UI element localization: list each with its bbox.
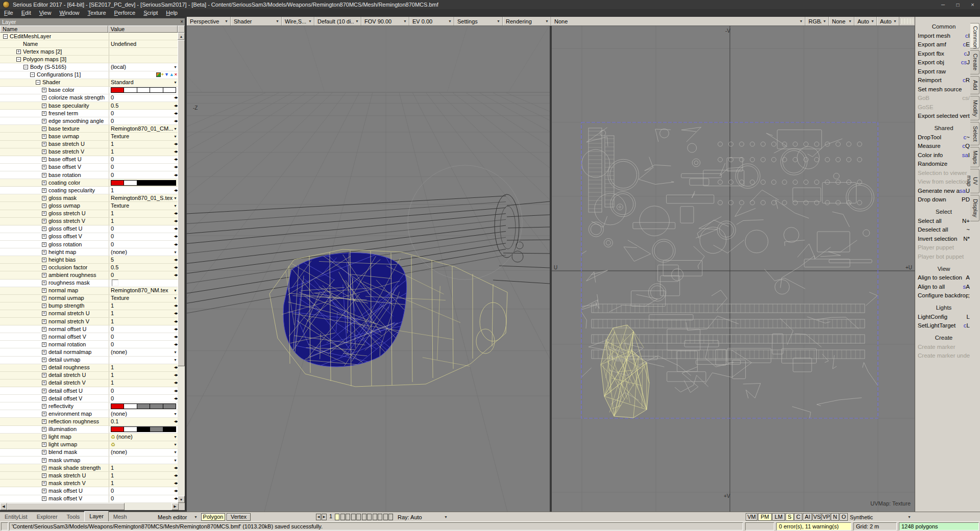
selection-slot-3[interactable] — [346, 514, 350, 520]
toggle-ai[interactable]: AI — [803, 513, 812, 521]
value-number[interactable]: 0 — [111, 233, 179, 240]
viewport-dropdown-settings-6[interactable]: Settings▼ — [454, 17, 503, 26]
layer-row-polygon-maps-3-[interactable]: −Polygon maps [3] — [0, 56, 179, 63]
editor-mode-dropdown[interactable]: Mesh editor ▼ — [156, 513, 199, 521]
expand-icon[interactable]: + — [42, 311, 46, 316]
layer-row-normal-stretch-u[interactable]: +normal stretch U1◀▶ — [0, 310, 179, 318]
expand-icon[interactable]: + — [42, 404, 46, 409]
expand-icon[interactable]: + — [42, 188, 46, 193]
viewport-dropdown-perspective-0[interactable]: Perspective▼ — [187, 17, 231, 26]
column-header-value[interactable]: Value — [108, 26, 178, 33]
expand-icon[interactable]: + — [42, 157, 46, 162]
panel-tab-maps[interactable]: Maps — [970, 147, 979, 167]
spinner-icon[interactable]: ◀▶ — [174, 372, 178, 378]
dock-tab-mesh[interactable]: Mesh — [109, 513, 132, 521]
layer-row-illumination[interactable]: +illumination — [0, 426, 179, 434]
move-up-icon[interactable]: ▲ — [169, 72, 174, 77]
chevron-down-icon[interactable]: ▼ — [174, 411, 177, 417]
layer-row-mask-stretch-v[interactable]: +mask stretch V1◀▶ — [0, 479, 179, 487]
layer-row-coating-specularity[interactable]: +coating specularity1◀▶ — [0, 187, 179, 194]
layer-row-base-texture[interactable]: +base textureRemington870_01_CM...▼ — [0, 125, 179, 133]
vertical-scrollbar[interactable]: ▲ ▼ — [178, 33, 185, 503]
value-number[interactable]: 0 — [111, 272, 179, 279]
spinner-icon[interactable]: ◀▶ — [174, 310, 178, 317]
chevron-down-icon[interactable]: ▼ — [174, 349, 177, 356]
value-number[interactable]: 0 — [111, 156, 179, 163]
value-number[interactable]: 0 — [111, 326, 179, 333]
viewport-dropdown-auto-11[interactable]: Auto▼ — [854, 17, 877, 26]
layer-row-detail-roughness[interactable]: +detail roughness1◀▶ — [0, 364, 179, 372]
viewport-dropdown-auto-12[interactable]: Auto▼ — [877, 17, 899, 26]
spinner-icon[interactable]: ◀▶ — [174, 210, 178, 217]
viewport-dropdown-fov-90-00-4[interactable]: FOV 90.00▼ — [361, 17, 409, 26]
menu-item-file[interactable]: File — [0, 9, 17, 17]
selection-slot-10[interactable] — [383, 514, 388, 520]
horizontal-scrollbar[interactable]: ◀ ▶ — [0, 503, 179, 510]
spinner-icon[interactable]: ◀▶ — [174, 257, 178, 263]
panel-tab-common[interactable]: Common — [970, 23, 979, 48]
layer-row-blend-mask[interactable]: +blend mask(none)▼ — [0, 449, 179, 457]
spinner-icon[interactable]: ◀▶ — [174, 218, 178, 224]
viewport-dropdown-shader-1[interactable]: Shader▼ — [231, 17, 282, 26]
expand-icon[interactable]: + — [42, 204, 46, 208]
value-number[interactable]: 0.5 — [111, 264, 179, 271]
mode-button-polygon[interactable]: Polygon — [201, 513, 225, 521]
spinner-icon[interactable]: ◀▶ — [174, 380, 178, 386]
value-number[interactable]: 1 — [111, 372, 179, 378]
selection-slot-6[interactable] — [362, 514, 366, 520]
value-number[interactable]: 1 — [111, 210, 179, 217]
spinner-icon[interactable]: ◀▶ — [174, 418, 178, 425]
spinner-icon[interactable]: ◀▶ — [174, 272, 178, 279]
spinner-icon[interactable]: ◀▶ — [174, 465, 178, 471]
dock-tab-tools[interactable]: Tools — [62, 513, 85, 521]
value-number[interactable]: 0 — [111, 341, 179, 348]
collapse-icon[interactable]: − — [30, 72, 35, 77]
command-droptool[interactable]: DropToolc~ — [918, 133, 970, 142]
toggle-pm[interactable]: PM — [758, 513, 772, 521]
spinner-icon[interactable]: ◀▶ — [174, 388, 178, 394]
menu-item-window[interactable]: Window — [55, 9, 83, 17]
chevron-down-icon[interactable]: ▼ — [174, 133, 177, 140]
expand-icon[interactable]: + — [42, 381, 46, 385]
render-mode-dropdown[interactable]: Synthetic ▼ — [848, 513, 913, 521]
delete-icon[interactable]: × — [175, 72, 177, 77]
command-import-mesh[interactable]: Import meshcI — [918, 31, 970, 40]
layer-row-gloss-offset-u[interactable]: +gloss offset U0◀▶ — [0, 225, 179, 233]
layer-row-base-offset-v[interactable]: +base offset V0◀▶ — [0, 164, 179, 171]
toggle-o[interactable]: O — [840, 513, 848, 521]
layer-row-detail-offset-u[interactable]: +detail offset U0◀▶ — [0, 387, 179, 395]
layer-row-ceditmeshlayer[interactable]: −CEditMeshLayer — [0, 33, 179, 40]
expand-icon[interactable]: + — [42, 389, 46, 393]
value-number[interactable]: 5 — [111, 257, 179, 263]
expand-icon[interactable]: + — [16, 49, 21, 54]
scrollbar-thumb[interactable] — [7, 503, 125, 510]
toggle-vm[interactable]: VM — [746, 513, 757, 521]
command-deselect-all[interactable]: Deselect all~ — [918, 225, 970, 235]
expand-icon[interactable]: + — [42, 111, 46, 116]
chevron-down-icon[interactable]: ▼ — [174, 287, 177, 294]
expand-icon[interactable]: + — [42, 350, 46, 355]
value-number[interactable]: 0 — [111, 172, 179, 179]
ray-mode-dropdown[interactable]: Ray: Auto ▼ — [396, 513, 449, 521]
layer-row-base-uvmap[interactable]: +base uvmapTexture▼ — [0, 133, 179, 140]
value-number[interactable]: 0.5 — [111, 103, 179, 109]
layer-row-gloss-offset-v[interactable]: +gloss offset V0◀▶ — [0, 233, 179, 241]
chevron-down-icon[interactable]: ▼ — [174, 64, 177, 70]
expand-icon[interactable]: + — [42, 211, 46, 216]
expand-icon[interactable]: + — [42, 142, 46, 146]
command-align-to-selection[interactable]: Align to selectionA — [918, 273, 970, 283]
toggle-vs[interactable]: VS — [813, 513, 821, 521]
viewport-dropdown-wire-s--2[interactable]: Wire,S...▼ — [282, 17, 314, 26]
selection-slot-9[interactable] — [378, 514, 382, 520]
command-export-selected-vertice[interactable]: Export selected vertice — [918, 112, 970, 121]
expand-icon[interactable]: + — [42, 335, 46, 339]
layer-row-normal-offset-v[interactable]: +normal offset V0◀▶ — [0, 333, 179, 341]
dock-tab-entitylist[interactable]: EntityList — [0, 513, 32, 521]
expand-icon[interactable]: + — [42, 327, 46, 332]
uv-viewport[interactable]: -V U +U +V UVMap: Texture — [552, 26, 915, 512]
spinner-icon[interactable]: ◀▶ — [174, 488, 178, 494]
spinner-icon[interactable]: ◀▶ — [174, 141, 178, 147]
expand-icon[interactable]: + — [42, 481, 46, 486]
menu-item-perforce[interactable]: Perforce — [110, 9, 140, 17]
layer-row-normal-uvmap[interactable]: +normal uvmapTexture▼ — [0, 295, 179, 302]
